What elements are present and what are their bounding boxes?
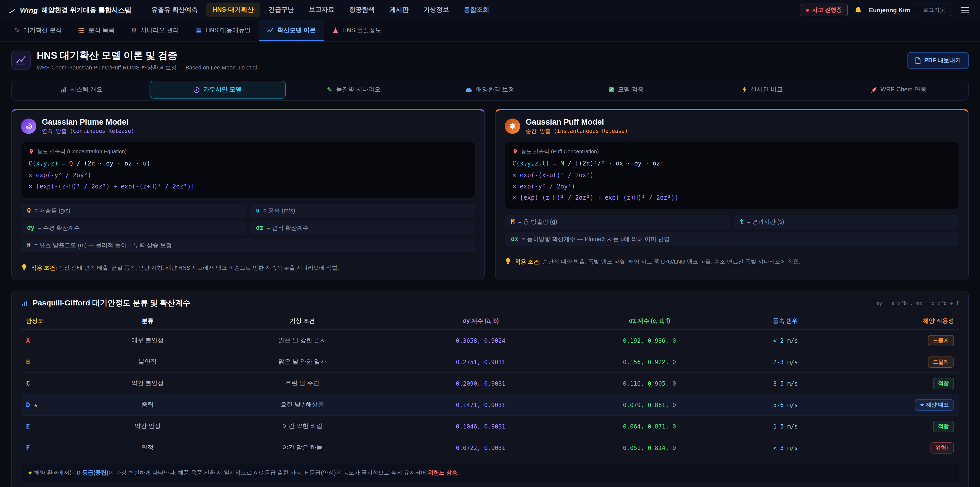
- tab-wrf-chem[interactable]: WRF-Chem 연동: [830, 81, 967, 99]
- nav-item-integrated-search[interactable]: 통합조회: [457, 3, 496, 18]
- applicability-cell: 드물게: [837, 330, 959, 351]
- notification-bell-icon[interactable]: [855, 6, 862, 14]
- bar-chart-icon: [60, 86, 67, 93]
- plume-card-header: Gaussian Plume Model 연속 방출 (Continuous R…: [21, 118, 475, 135]
- grade-cell: F: [21, 437, 86, 458]
- plume-avatar-icon: [21, 118, 36, 134]
- grade-cell: E: [21, 415, 86, 437]
- subnav-item-dispersion-analysis[interactable]: ✎ 대기확산 분석: [6, 21, 70, 42]
- nav-item-board[interactable]: 게시판: [383, 3, 415, 18]
- page-header-chart-icon: [11, 51, 30, 70]
- subnav-item-model-theory[interactable]: 확산모델 이론: [259, 21, 324, 42]
- puff-card-title: Gaussian Puff Model: [526, 118, 628, 127]
- logout-button[interactable]: 로그아웃: [917, 3, 951, 16]
- subnav-item-analysis-list[interactable]: 분석 목록: [70, 21, 123, 42]
- subnav-item-scenario-management[interactable]: ⚙ 시나리오 관리: [123, 21, 187, 42]
- sigma-z-cell: 0.051, 0.814, 0: [565, 437, 734, 458]
- applicability-cell: ★ 해양 대표: [837, 394, 959, 415]
- sigma-z-cell: 0.064, 0.871, 0: [565, 415, 734, 437]
- pencil-icon: ✎: [327, 86, 332, 93]
- document-icon: [915, 57, 921, 64]
- tab-realtime-comparison[interactable]: 실시간 비교: [694, 81, 831, 99]
- chart-line-icon: [267, 27, 274, 34]
- param-M: M= 총 방출량 (g): [505, 215, 730, 229]
- nav-item-aerial-search[interactable]: 항공탐색: [342, 3, 381, 18]
- weather-cell: 맑은 날 약한 일사: [208, 351, 396, 373]
- sigma-y-cell: 0.1471, 0.9031: [396, 394, 565, 415]
- page-subtitle: WRF-Chem·Gaussian Plume/Puff·ROMS·해양환경 보…: [37, 64, 259, 72]
- sigma-y-cell: 0.3658, 0.9024: [396, 330, 565, 351]
- star-icon: ★: [27, 469, 33, 476]
- class-cell: 매우 불안정: [86, 330, 208, 351]
- plume-equation-label: 농도 산출식 (Concentration Equation): [29, 147, 468, 156]
- param-sigma-x: σx= 풍하방향 확산계수 — Plume에서는 u에 의해 이미 반영: [505, 232, 959, 246]
- puff-equation-line1: C(x,y,z,t) = M / [(2π)³/² · σx · σy · σz…: [512, 158, 951, 169]
- param-H: H= 유효 방출고도 (m) — 물리적 높이 + 부력 상승 보정: [21, 238, 475, 252]
- nav-item-rescue[interactable]: 긴급구난: [262, 3, 301, 18]
- stability-table: 안정도 분류 기상 조건 σy 계수 (a, b) σz 계수 (c, d, f…: [21, 313, 959, 458]
- col-sigma-z: σz 계수 (c, d, f): [565, 313, 734, 330]
- stability-row-C: C 약간 불안정 흐린 날 주간 0.2090, 0.9031 0.116, 0…: [21, 373, 959, 394]
- stability-panel-header: Pasquill-Gifford 대기안정도 분류 및 확산계수 σy = a·…: [21, 298, 959, 308]
- param-sigma-z: σz= 연직 확산계수: [250, 221, 475, 235]
- wind-cell: 3-5 m/s: [734, 373, 837, 394]
- book-icon: [195, 27, 202, 34]
- puff-parameters: M= 총 방출량 (g) t= 경과시간 (s) σx= 풍하방향 확산계수 —…: [505, 215, 959, 246]
- incident-status-badge: 사고 진행중: [800, 3, 848, 16]
- nav-item-oil-spill[interactable]: 유출유 확산예측: [145, 3, 204, 18]
- param-u: u= 풍속 (m/s): [250, 204, 475, 217]
- pdf-export-button[interactable]: PDF 내보내기: [907, 52, 969, 69]
- wind-cell: 5-6 m/s: [734, 394, 837, 415]
- applicability-cell: 적합: [837, 415, 959, 437]
- tab-marine-correction[interactable]: 해양환경 보정: [422, 81, 558, 99]
- tab-system-overview[interactable]: 시스템 개요: [13, 81, 150, 99]
- bar-chart-icon: [21, 300, 28, 307]
- tab-model-validation[interactable]: 모델 검증: [558, 81, 694, 99]
- puff-card-header: Gaussian Puff Model 순간 방출 (Instantaneous…: [505, 118, 959, 135]
- class-cell: 약간 불안정: [86, 373, 208, 394]
- brand: Wing 해양환경 위기대응 통합시스템: [8, 5, 131, 14]
- class-cell: 약간 안정: [86, 415, 208, 437]
- wind-cell: 2-3 m/s: [734, 351, 837, 373]
- param-sigma-y: σy= 수평 확산계수: [21, 221, 246, 235]
- subnav-item-hns-manual[interactable]: HNS 대응매뉴얼: [187, 21, 259, 42]
- pin-icon: [29, 148, 34, 154]
- plume-equation-line2: × exp(-y² / 2σy²): [29, 169, 468, 180]
- list-icon: [78, 27, 85, 34]
- subnav-item-hns-substance-info[interactable]: HNS 물질정보: [324, 21, 390, 42]
- section-tabs: 시스템 개요 가우시안 모델 ✎ 물질별 시나리오 해양환경 보정 모델 검증 …: [11, 79, 969, 101]
- plume-equation-line3: × [exp(-(z-H)² / 2σz²) + exp(-(z+H)² / 2…: [29, 181, 468, 192]
- tab-gaussian-model[interactable]: 가우시안 모델: [150, 81, 286, 99]
- weather-cell: 맑은 날 강한 일사: [208, 330, 396, 351]
- applicability-badge: 적합: [933, 378, 954, 389]
- puff-equation-line4: × [exp(-(z-H)² / 2σz²) + exp(-(z+H)² / 2…: [512, 192, 951, 203]
- lightbulb-icon: [505, 257, 511, 265]
- weather-cell: 야간 약한 바람: [208, 415, 396, 437]
- lightbulb-icon: [21, 263, 27, 271]
- page-title: HNS 대기확산 모델 이론 및 검증: [37, 49, 259, 62]
- stability-row-E: E 약간 안정 야간 약한 바람 0.1046, 0.9031 0.064, 0…: [21, 415, 959, 437]
- plume-equation-block: 농도 산출식 (Concentration Equation) C(x,y,z)…: [21, 141, 475, 198]
- puff-equation-line2: × exp(-(x-ut)² / 2σx²): [512, 169, 951, 180]
- stability-row-F: F 안정 야간 맑은 하늘 0.0722, 0.9031 0.051, 0.81…: [21, 437, 959, 458]
- nav-item-weather[interactable]: 기상정보: [417, 3, 455, 18]
- app-viewport: Wing 해양환경 위기대응 통합시스템 유출유 확산예측 HNS·대기확산 긴…: [0, 0, 980, 487]
- plume-application-note: 적용 조건: 정상 상태 연속 배출, 균질 풍속, 평탄 지형. 해양 HNS…: [21, 258, 475, 272]
- applicability-badge: 위험↑: [931, 442, 954, 453]
- wind-cell: 1-5 m/s: [734, 415, 837, 437]
- sigma-y-cell: 0.2751, 0.9031: [396, 351, 565, 373]
- stability-row-D: D ★ 중립 흐린 날 / 해상풍 0.1471, 0.9031 0.079, …: [21, 394, 959, 415]
- puff-equation-block: 농도 산출식 (Puff Concentration) C(x,y,z,t) =…: [505, 141, 959, 209]
- hamburger-menu-icon[interactable]: [958, 4, 972, 16]
- puff-equation-line3: × exp(-y² / 2σy²): [512, 181, 951, 192]
- weather-cell: 흐린 날 / 해상풍: [208, 394, 396, 415]
- nav-item-reports[interactable]: 보고자료: [302, 3, 341, 18]
- nav-item-hns-dispersion[interactable]: HNS·대기확산: [206, 3, 260, 18]
- col-sigma-y: σy 계수 (a, b): [396, 313, 565, 330]
- applicability-cell: 적합: [837, 373, 959, 394]
- applicability-cell: 드물게: [837, 351, 959, 373]
- wing-logo-icon: [8, 6, 16, 14]
- tab-substance-scenarios[interactable]: ✎ 물질별 시나리오: [286, 81, 422, 99]
- applicability-badge: 드물게: [928, 335, 954, 346]
- weather-cell: 야간 맑은 하늘: [208, 437, 396, 458]
